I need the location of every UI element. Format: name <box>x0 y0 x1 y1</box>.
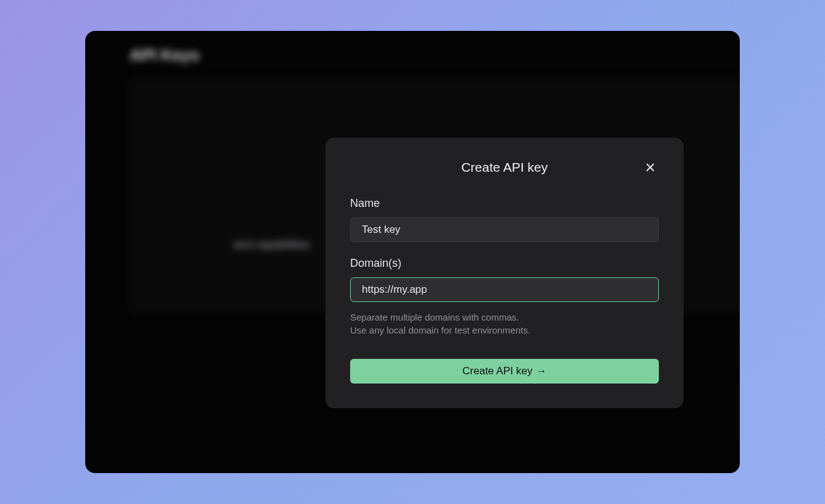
domains-label: Domain(s) <box>350 257 659 270</box>
domains-input[interactable] <box>350 277 659 302</box>
arrow-right-icon: → <box>536 365 547 377</box>
modal-title: Create API key <box>461 160 548 175</box>
close-icon <box>645 162 656 173</box>
app-window: API Keys and capabilities Create API key… <box>85 31 740 473</box>
name-input[interactable] <box>350 217 659 242</box>
help-line-2: Use any local domain for test environmen… <box>350 324 659 337</box>
create-api-key-button[interactable]: Create API key → <box>350 359 659 384</box>
domains-field-group: Domain(s) Separate multiple domains with… <box>350 257 659 337</box>
modal-header: Create API key <box>350 160 659 175</box>
create-api-key-modal: Create API key Name Domain(s) Separate m… <box>325 138 684 408</box>
submit-label: Create API key <box>463 365 532 377</box>
name-field-group: Name <box>350 197 659 242</box>
domains-help-text: Separate multiple domains with commas. U… <box>350 311 659 337</box>
name-label: Name <box>350 197 659 210</box>
close-button[interactable] <box>642 159 659 176</box>
help-line-1: Separate multiple domains with commas. <box>350 311 659 324</box>
